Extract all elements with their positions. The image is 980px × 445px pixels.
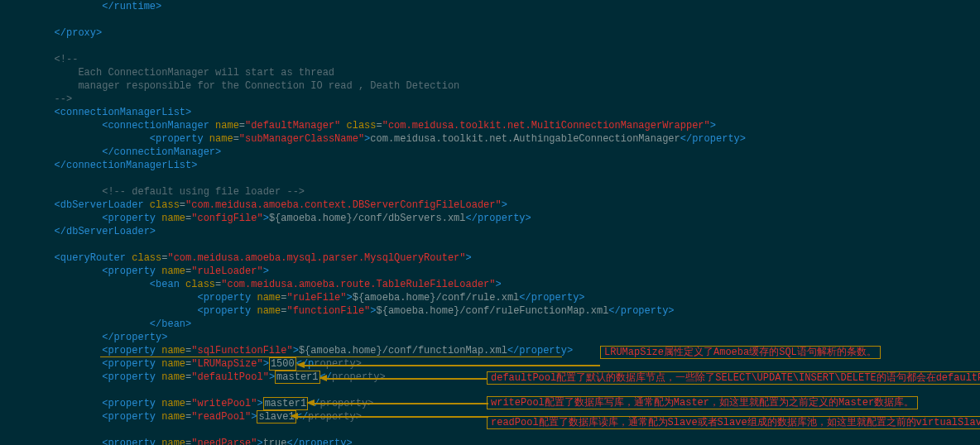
arrow-head [306,400,315,406]
code-line[interactable]: <property name="functionFile">${amoeba.h… [7,304,973,318]
arrow-head [319,375,327,381]
code-line[interactable]: <property name="configFile">${amoeba.hom… [7,212,973,225]
arrow [315,403,488,404]
code-line[interactable]: <bean class="com.meidusa.amoeba.route.Ta… [7,278,973,291]
annotation-lrumapsize: LRUMapSize属性定义了Amoeba缓存的SQL语句解析的条数。 [600,346,881,359]
code-line[interactable]: <connectionManagerList> [7,106,973,119]
code-line[interactable]: </connectionManager> [7,146,973,159]
code-line[interactable] [7,13,973,26]
code-line[interactable]: </connectionManagerList> [7,159,973,172]
arrow [298,416,488,418]
code-line[interactable]: <property name="ruleLoader"> [7,265,973,278]
code-line[interactable]: </bean> [7,318,973,331]
annotation-defaultpool: defaultPool配置了默认的数据库节点，一些除了SELECT\UPDATE… [487,371,980,385]
code-line[interactable]: Each ConnectionManager will start as thr… [7,66,973,79]
arrow [305,365,600,366]
highlight-underline [100,356,562,357]
code-line[interactable]: <property name="ruleFile">${amoeba.home}… [7,291,973,304]
annotation-readpool: readPool配置了数据库读库，通常配为Slave或者Slave组成的数据库池… [487,416,980,429]
code-line[interactable]: <!-- [7,53,973,66]
code-line[interactable]: <property name="needParse">true</propert… [7,437,973,445]
arrow [327,378,488,380]
code-line[interactable]: <connectionManager name="defaultManager"… [7,119,973,132]
code-line[interactable]: </runtime> [7,0,973,13]
code-line[interactable] [7,40,973,53]
code-line[interactable]: </dbServerLoader> [7,225,973,238]
code-line[interactable]: <dbServerLoader class="com.meidusa.amoeb… [7,199,973,212]
arrow-head [290,413,298,419]
code-line[interactable]: --> [7,93,973,106]
code-line[interactable]: <property name="subManagerClassName">com… [7,132,973,146]
code-line[interactable]: <queryRouter class="com.meidusa.amoeba.m… [7,251,973,265]
code-line[interactable] [7,172,973,185]
code-line[interactable]: </proxy> [7,26,973,40]
code-line[interactable] [7,384,973,397]
code-line[interactable]: </property> [7,331,973,344]
arrow-head [296,361,305,368]
code-line[interactable] [7,238,973,251]
annotation-writepool: writePool配置了数据库写库，通常配为Master，如这里就配置为之前定义… [487,396,918,409]
code-line[interactable]: <!-- default using file loader --> [7,185,973,199]
code-line[interactable]: <property name="LRUMapSize">1500</proper… [7,357,973,371]
code-line[interactable]: manager responsible for the Connection I… [7,79,973,93]
